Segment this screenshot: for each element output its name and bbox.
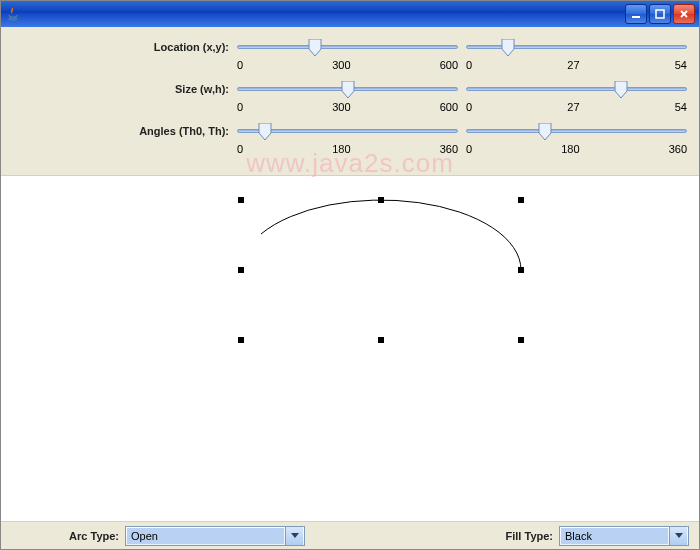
slider-panel: Location (x,y): 0300600 02754 Size (w,h)…	[1, 27, 699, 165]
minimize-button[interactable]	[625, 4, 647, 24]
arc-type-value: Open	[127, 528, 284, 544]
svg-rect-9	[378, 337, 384, 343]
svg-rect-6	[238, 267, 244, 273]
svg-rect-8	[238, 337, 244, 343]
size-h-slider[interactable]	[466, 87, 687, 91]
maximize-button[interactable]	[649, 4, 671, 24]
svg-rect-10	[518, 337, 524, 343]
svg-rect-5	[518, 197, 524, 203]
angle-start-ticks: 0180360	[237, 143, 458, 155]
location-label: Location (x,y):	[13, 41, 237, 53]
location-y-slider[interactable]	[466, 45, 687, 49]
fill-type-combo[interactable]: Black	[559, 526, 689, 546]
size-w-slider[interactable]	[237, 87, 458, 91]
arc-type-combo[interactable]: Open	[125, 526, 305, 546]
client-area: Location (x,y): 0300600 02754 Size (w,h)…	[1, 27, 699, 549]
location-x-slider[interactable]	[237, 45, 458, 49]
arc-render	[1, 176, 700, 436]
angle-extent-slider[interactable]	[466, 129, 687, 133]
bottom-bar: Arc Type: Open Fill Type: Black	[1, 521, 699, 549]
fill-type-value: Black	[561, 528, 668, 544]
angle-extent-ticks: 0180360	[466, 143, 687, 155]
chevron-down-icon	[669, 527, 687, 545]
svg-rect-1	[632, 16, 640, 18]
close-button[interactable]	[673, 4, 695, 24]
size-h-ticks: 02754	[466, 101, 687, 113]
angle-start-slider[interactable]	[237, 129, 458, 133]
fill-type-label: Fill Type:	[506, 530, 553, 542]
svg-rect-3	[238, 197, 244, 203]
location-x-ticks: 0300600	[237, 59, 458, 71]
svg-rect-2	[656, 10, 664, 18]
angles-label: Angles (Th0, Th):	[13, 125, 237, 137]
location-y-ticks: 02754	[466, 59, 687, 71]
window-buttons	[625, 4, 695, 24]
arc-type-label: Arc Type:	[11, 530, 119, 542]
size-label: Size (w,h):	[13, 83, 237, 95]
java-app-icon	[5, 6, 21, 22]
chevron-down-icon	[285, 527, 303, 545]
drawing-canvas: www.java2s.com	[1, 175, 699, 521]
size-w-ticks: 0300600	[237, 101, 458, 113]
window-titlebar	[1, 1, 699, 27]
svg-point-0	[9, 18, 18, 20]
